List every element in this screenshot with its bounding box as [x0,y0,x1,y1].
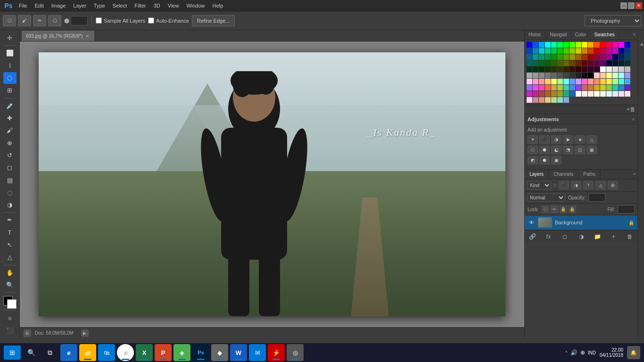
color-swatch[interactable] [625,60,630,66]
tab-paths[interactable]: Paths [578,170,601,179]
edge-btn[interactable]: e [60,344,77,361]
color-swatch[interactable] [576,60,581,66]
color-swatch[interactable] [557,79,563,84]
shape-tool[interactable]: △ [3,251,17,263]
add-swatch-button[interactable]: + [627,106,630,113]
color-swatch[interactable] [557,73,563,78]
color-swatch[interactable] [606,66,612,72]
brush-tool-left[interactable]: 🖌 [3,124,17,136]
brush-size-input[interactable]: 45 [71,16,88,25]
word-btn[interactable]: W [230,344,247,361]
color-swatch[interactable] [570,54,575,60]
close-button[interactable]: ✕ [636,2,642,9]
color-swatch[interactable] [551,48,557,54]
color-swatch[interactable] [612,66,618,72]
color-swatch[interactable] [545,79,551,84]
lock-art-icon[interactable]: 🔒 [560,206,567,213]
color-swatch[interactable] [606,54,612,60]
color-swatch[interactable] [557,42,563,48]
color-swatch[interactable] [545,66,551,72]
blur-tool[interactable]: ◌ [3,187,17,198]
file-explorer-btn[interactable]: 📁 [79,344,96,361]
adj-invert[interactable]: ◫ [575,146,585,154]
layer-style-btn[interactable]: fx [544,232,553,241]
pen-tool[interactable]: ✒ [3,214,17,226]
tab-layers[interactable]: Layers [525,170,549,179]
tab-channels[interactable]: Channels [549,170,578,179]
color-swatch[interactable] [612,73,618,78]
color-swatch[interactable] [576,91,581,97]
color-swatch[interactable] [557,48,563,54]
color-swatch[interactable] [570,42,575,48]
color-swatch[interactable] [533,97,538,103]
color-swatch[interactable] [551,42,557,48]
color-swatch[interactable] [539,66,545,72]
color-swatch[interactable] [563,60,569,66]
mail-btn[interactable]: ✉ [249,344,266,361]
color-swatch[interactable] [533,91,538,97]
tab-navigator[interactable]: Navigati [546,30,571,40]
minimize-button[interactable]: – [620,2,627,9]
type-tool[interactable]: T [3,227,17,239]
color-swatch[interactable] [576,54,581,60]
color-swatch[interactable] [576,73,581,78]
color-swatch[interactable] [533,54,538,60]
swatches-menu-btn[interactable]: ≡ [631,30,637,40]
tab-color[interactable]: Color [571,30,590,40]
color-swatch[interactable] [600,66,606,72]
filter-type-icon[interactable]: T [583,181,594,189]
lang-icon[interactable]: IND [588,350,596,355]
color-swatch[interactable] [576,48,581,54]
canvas-container[interactable]: _Is Kanda R_ [20,41,524,327]
color-swatch[interactable] [606,79,612,84]
color-swatch[interactable] [588,85,594,90]
lasso-tool[interactable]: ⌇ [3,60,17,72]
note-btn[interactable]: ◆ [211,344,228,361]
color-swatch[interactable] [527,54,532,60]
filter-adjust-icon[interactable]: ◑ [571,181,581,189]
adj-channel-mixer[interactable]: ⬕ [551,146,561,154]
color-swatch[interactable] [588,73,594,78]
color-swatch[interactable] [570,85,575,90]
color-swatch[interactable] [545,91,551,97]
color-swatch[interactable] [563,79,569,84]
color-swatch[interactable] [625,42,630,48]
color-swatch[interactable] [570,79,575,84]
color-swatch[interactable] [576,85,581,90]
color-swatch[interactable] [619,73,624,78]
opacity-input[interactable]: 100% [588,193,605,202]
link-layers-btn[interactable]: 🔗 [528,232,537,241]
color-swatch[interactable] [612,79,618,84]
color-swatch[interactable] [557,97,563,103]
color-swatch[interactable] [588,91,594,97]
menu-window[interactable]: Window [182,2,208,9]
menu-select[interactable]: Select [109,2,131,9]
color-swatch[interactable] [551,60,557,66]
color-swatch[interactable] [570,66,575,72]
color-swatch[interactable] [612,60,618,66]
color-swatch[interactable] [563,91,569,97]
color-swatch[interactable] [600,91,606,97]
maximize-button[interactable]: □ [628,2,635,9]
powerpoint-btn[interactable]: P [155,344,172,361]
healing-tool[interactable]: ✚ [3,112,17,124]
color-swatch[interactable] [527,85,532,90]
background-color[interactable] [7,299,17,309]
color-swatch[interactable] [527,60,532,66]
history-brush[interactable]: ↺ [3,149,17,161]
quick-selection-tool[interactable]: ⬡ [3,15,16,26]
color-swatch[interactable] [588,79,594,84]
flash-btn[interactable]: ⚡ [268,344,285,361]
color-swatch[interactable] [588,66,594,72]
auto-enhance-label[interactable]: Auto-Enhance [148,17,189,24]
lock-pixels-icon[interactable]: ⬡ [542,206,549,213]
tab-swatches[interactable]: Swatches [590,30,619,40]
adj-bw[interactable]: ⬡ [528,146,538,154]
crop-tool[interactable]: ⊞ [3,84,17,96]
color-swatch[interactable] [600,48,606,54]
color-swatch[interactable] [557,66,563,72]
menu-help[interactable]: Help [209,2,227,9]
photoshop-taskbar-btn[interactable]: Ps [192,344,209,361]
color-swatch[interactable] [606,60,612,66]
layers-kind-select[interactable]: Kind [528,181,551,189]
